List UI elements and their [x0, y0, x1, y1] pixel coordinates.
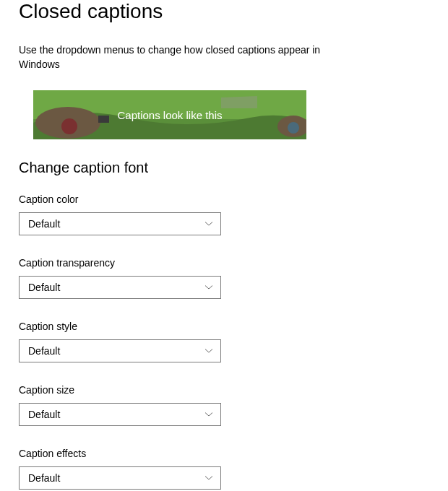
- preview-caption-text: Captions look like this: [117, 109, 222, 121]
- section-title: Change caption font: [19, 160, 429, 176]
- svg-point-3: [61, 118, 77, 134]
- chevron-down-icon: [204, 220, 213, 228]
- caption-size-dropdown[interactable]: Default: [19, 403, 221, 426]
- chevron-down-icon: [204, 347, 213, 355]
- caption-effects-value: Default: [28, 472, 60, 484]
- page-title: Closed captions: [19, 0, 429, 23]
- caption-color-label: Caption color: [19, 194, 429, 205]
- caption-style-value: Default: [28, 345, 60, 357]
- caption-color-value: Default: [28, 218, 60, 230]
- caption-size-field: Caption size Default: [19, 384, 429, 426]
- caption-effects-label: Caption effects: [19, 448, 429, 459]
- caption-transparency-value: Default: [28, 282, 60, 293]
- caption-color-field: Caption color Default: [19, 194, 429, 235]
- caption-color-dropdown[interactable]: Default: [19, 212, 221, 235]
- caption-transparency-dropdown[interactable]: Default: [19, 276, 221, 299]
- chevron-down-icon: [204, 283, 213, 292]
- caption-style-field: Caption style Default: [19, 321, 429, 362]
- caption-transparency-field: Caption transparency Default: [19, 257, 429, 299]
- caption-preview: Captions look like this: [33, 90, 306, 139]
- caption-size-label: Caption size: [19, 384, 429, 396]
- chevron-down-icon: [204, 474, 213, 482]
- caption-effects-field: Caption effects Default: [19, 448, 429, 490]
- svg-point-6: [288, 122, 299, 134]
- description-text: Use the dropdown menus to change how clo…: [19, 43, 337, 71]
- chevron-down-icon: [204, 410, 213, 419]
- caption-transparency-label: Caption transparency: [19, 257, 429, 269]
- svg-rect-4: [98, 116, 109, 123]
- caption-style-label: Caption style: [19, 321, 429, 332]
- caption-style-dropdown[interactable]: Default: [19, 339, 221, 362]
- caption-size-value: Default: [28, 409, 60, 420]
- caption-effects-dropdown[interactable]: Default: [19, 466, 221, 490]
